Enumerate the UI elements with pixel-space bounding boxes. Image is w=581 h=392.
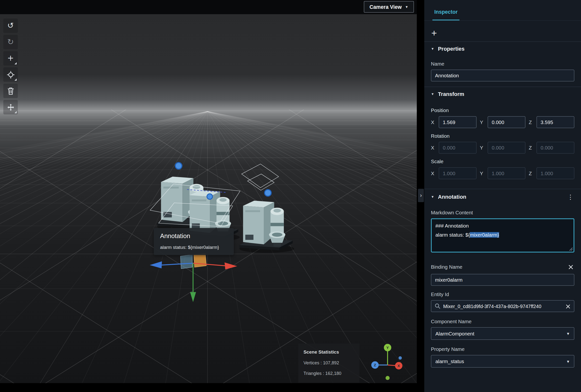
markdown-line-2: alarm status: ${mixer0alarm}: [435, 230, 570, 239]
scene-statistics-triangles: Triangles : 162,180: [304, 371, 354, 376]
undo-button[interactable]: ↺: [4, 18, 18, 33]
markdown-line-2-prefix: alarm status: ${: [435, 232, 470, 238]
markdown-content-textarea[interactable]: ### Annotation alarm status: ${mixer0ala…: [431, 218, 574, 252]
axis-neg-z-handle[interactable]: [398, 356, 402, 360]
rotation-z-input[interactable]: [536, 142, 574, 153]
axis-y-label: Y: [386, 346, 389, 350]
redo-button[interactable]: ↻: [4, 35, 18, 49]
scene-statistics-vertices: Vertices : 107,892: [304, 360, 354, 365]
add-component-row: +: [424, 21, 581, 42]
close-icon: [568, 264, 574, 270]
annotation-anchor-1[interactable]: [176, 163, 182, 169]
tab-inspector-label: Inspector: [434, 9, 458, 15]
viewport-topbar: Camera View ▼: [0, 0, 417, 14]
markdown-content-label: Markdown Content: [431, 210, 574, 215]
scale-x-label: X: [431, 171, 435, 176]
markdown-line-1: ### Annotation: [435, 222, 570, 230]
transform-tool-button[interactable]: [4, 100, 18, 114]
scale-z-label: Z: [529, 171, 533, 176]
inspector-tabbar: Inspector: [424, 0, 581, 21]
position-z-input[interactable]: [536, 116, 574, 128]
entity-id-label: Entity Id: [431, 292, 574, 297]
camera-view-label: Camera View: [369, 4, 402, 10]
component-name-label: Component Name: [431, 319, 574, 324]
section-title-annotation: Annotation: [438, 194, 466, 200]
position-z-label: Z: [529, 119, 533, 125]
section-header-annotation[interactable]: ▼ Annotation ⋮: [424, 189, 581, 205]
viewport-3d: Camera View ▼: [0, 0, 417, 392]
rotation-z-label: Z: [529, 145, 533, 151]
scene-canvas[interactable]: [0, 14, 417, 383]
gizmo-plane-zy[interactable]: [180, 255, 192, 269]
tab-inspector[interactable]: Inspector: [432, 9, 459, 20]
annotation-anchor-2[interactable]: [207, 194, 212, 199]
chevron-down-icon: ▼: [566, 332, 570, 336]
scene-statistics-panel: Scene Statistics Vertices : 107,892 Tria…: [298, 344, 360, 383]
scene-statistics-title: Scene Statistics: [304, 349, 354, 355]
rotation-label: Rotation: [431, 133, 574, 139]
section-title-properties: Properties: [438, 46, 465, 52]
axis-neg-y-handle[interactable]: [386, 376, 390, 380]
caret-down-icon: ▼: [431, 92, 434, 96]
position-y-input[interactable]: [488, 116, 526, 128]
name-input[interactable]: [431, 69, 574, 81]
component-name-value: AlarmComponent: [435, 331, 474, 337]
scale-label: Scale: [431, 159, 574, 165]
camera-view-dropdown[interactable]: Camera View ▼: [364, 1, 414, 13]
trash-icon: [7, 87, 14, 95]
position-label: Position: [431, 108, 574, 113]
sky: [0, 14, 417, 111]
scale-y-input[interactable]: [488, 167, 526, 179]
position-x-input[interactable]: [439, 116, 476, 128]
position-y-label: Y: [480, 119, 484, 125]
axis-orientation-widget[interactable]: Y X Z: [368, 342, 406, 382]
close-icon: [565, 304, 570, 309]
plus-icon: +: [7, 54, 14, 62]
position-row: X Y Z: [431, 116, 574, 128]
resize-grip[interactable]: [569, 247, 573, 251]
viewport-toolbar: ↺ ↻ +: [4, 18, 18, 115]
chevron-down-icon: ▼: [405, 5, 408, 8]
panel-divider: ›: [417, 0, 424, 392]
annotation-menu-button[interactable]: ⋮: [566, 193, 574, 201]
component-name-select[interactable]: AlarmComponent ▼: [431, 327, 574, 340]
chevron-down-icon: ▼: [566, 359, 570, 363]
section-body-properties: Name: [424, 56, 581, 87]
clear-entity-id-button[interactable]: [564, 303, 571, 310]
binding-name-label: Binding Name: [431, 264, 462, 270]
section-header-properties[interactable]: ▼ Properties: [424, 41, 581, 56]
search-icon: [434, 303, 440, 309]
entity-id-input-wrap: [431, 300, 574, 312]
markdown-selection: mixer0alarm}: [470, 232, 499, 238]
anchor-tool-button[interactable]: [4, 67, 18, 82]
remove-binding-button[interactable]: [567, 263, 574, 271]
rotation-x-input[interactable]: [439, 142, 476, 153]
anchor-target-icon: [6, 70, 14, 79]
delete-button[interactable]: [4, 84, 18, 98]
add-component-button[interactable]: +: [431, 28, 437, 38]
section-body-annotation: Markdown Content ### Annotation alarm st…: [424, 205, 581, 373]
property-name-select[interactable]: alarm_status ▼: [431, 355, 574, 368]
annotation-tooltip: Annotation alarm status: ${mixer0alarm}: [154, 228, 234, 255]
axis-x-label: X: [398, 364, 400, 368]
gizmo-plane-xy[interactable]: [194, 253, 206, 267]
annotation-anchor-3[interactable]: [264, 190, 271, 196]
inspector-panel: Inspector + ▼ Properties Name ▼ Transfor…: [424, 0, 581, 392]
rotation-x-label: X: [431, 145, 435, 151]
caret-down-icon: ▼: [431, 195, 434, 199]
scale-x-input[interactable]: [439, 167, 476, 179]
binding-name-input[interactable]: [431, 274, 574, 286]
undo-icon: ↺: [7, 22, 14, 30]
entity-id-input[interactable]: [443, 303, 563, 309]
scale-y-label: Y: [480, 171, 484, 176]
add-object-button[interactable]: +: [4, 51, 18, 66]
app: Camera View ▼: [0, 0, 581, 392]
section-title-transform: Transform: [438, 91, 464, 97]
scale-row: X Y Z: [431, 167, 574, 179]
section-header-transform[interactable]: ▼ Transform: [424, 87, 581, 101]
property-name-label: Property Name: [431, 347, 574, 352]
scale-z-input[interactable]: [536, 167, 574, 179]
panel-collapse-button[interactable]: ›: [418, 189, 424, 202]
rotation-y-input[interactable]: [488, 142, 526, 153]
annotation-tooltip-title: Annotation: [160, 232, 228, 240]
